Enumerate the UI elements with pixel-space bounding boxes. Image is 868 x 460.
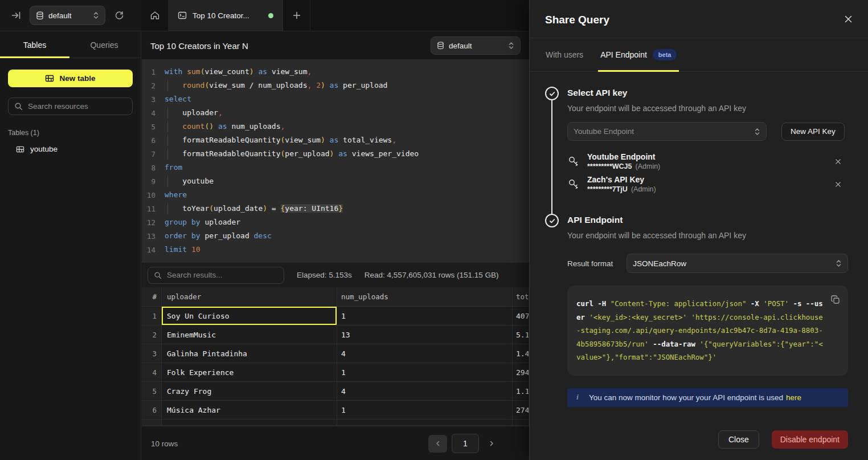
- collapse-sidebar-button[interactable]: [8, 7, 24, 23]
- uploader-cell[interactable]: Folk Experience: [162, 363, 337, 382]
- prev-page-button[interactable]: [428, 435, 447, 453]
- sidebar-tabs: Tables Queries: [0, 32, 141, 58]
- api-key-selector[interactable]: Youtube Endpoint: [567, 122, 767, 141]
- code-text: formatReadableQuantity(view_sum) as tota…: [165, 133, 396, 147]
- num-uploads-cell[interactable]: 1: [337, 401, 513, 420]
- sidebar-item-youtube[interactable]: youtube: [8, 145, 133, 153]
- table-row[interactable]: 2EminemMusic135.1: [142, 325, 529, 344]
- total-views-cell[interactable]: 5.1: [513, 325, 529, 344]
- num-uploads-cell[interactable]: 1: [337, 363, 513, 382]
- database-icon: [36, 11, 44, 20]
- api-key-item: Youtube Endpoint*********WCJ5(Admin): [567, 150, 848, 173]
- panel-header: Share Query: [530, 0, 868, 38]
- sidebar: Tables Queries New table Search resource…: [0, 32, 141, 460]
- close-button[interactable]: Close: [718, 430, 759, 449]
- column-header[interactable]: #: [142, 287, 162, 307]
- stepper: Select API key Your endpoint will be acc…: [545, 87, 848, 407]
- remove-key-button[interactable]: [835, 158, 841, 165]
- query-tab[interactable]: Top 10 Creator...: [169, 0, 283, 31]
- tab-with-users[interactable]: With users: [546, 38, 583, 71]
- code-line: 14limit 10: [142, 243, 529, 257]
- row-index: 4: [142, 363, 162, 382]
- num-uploads-cell[interactable]: 1: [337, 307, 513, 325]
- api-key-item: Zach's API Key*********7TjU(Admin): [567, 173, 848, 196]
- table-row[interactable]: 5Crazy Frog41.1: [142, 382, 529, 401]
- copy-button[interactable]: [830, 295, 840, 304]
- total-views-cell[interactable]: 274: [513, 401, 529, 420]
- table-row[interactable]: 3Galinha Pintadinha41.4: [142, 344, 529, 363]
- table-row[interactable]: 6Música Azhar1274: [142, 401, 529, 420]
- table-grid-icon: [45, 74, 54, 83]
- monitor-banner: i You can now monitor how your your API …: [567, 388, 848, 407]
- new-api-key-button[interactable]: New API Key: [781, 123, 845, 141]
- next-page-button[interactable]: [484, 435, 499, 453]
- line-number: 12: [142, 218, 155, 227]
- uploader-cell[interactable]: Soy Un Curioso: [162, 307, 337, 325]
- num-uploads-cell[interactable]: 4: [337, 344, 513, 363]
- line-number: 14: [142, 246, 155, 254]
- check-circle-icon: [545, 87, 559, 100]
- banner-here-link[interactable]: here: [786, 393, 801, 402]
- line-number: 11: [142, 205, 155, 213]
- chevron-left-icon: [435, 440, 441, 447]
- tab-api-endpoint[interactable]: API Endpoint beta: [600, 38, 677, 71]
- tab-tables[interactable]: Tables: [0, 32, 69, 58]
- table-row[interactable]: 4Folk Experience1294: [142, 363, 529, 382]
- num-uploads-cell[interactable]: 13: [337, 325, 513, 344]
- total-views-cell[interactable]: 407: [513, 307, 529, 325]
- search-icon: [14, 102, 23, 111]
- api-key-list: Youtube Endpoint*********WCJ5(Admin)Zach…: [567, 150, 848, 196]
- row-index: 6: [142, 401, 162, 420]
- key-secret: *********WCJ5(Admin): [587, 162, 660, 170]
- column-header[interactable]: uploader: [162, 287, 337, 307]
- remove-key-button[interactable]: [835, 181, 841, 188]
- uploader-cell[interactable]: EminemMusic: [162, 325, 337, 344]
- sql-editor[interactable]: 1with sum(view_count) as view_sum,2 roun…: [142, 59, 529, 263]
- table-row[interactable]: 1Soy Un Curioso1407: [142, 307, 529, 325]
- query-database-selector[interactable]: default: [431, 36, 521, 55]
- new-table-button[interactable]: New table: [8, 70, 133, 87]
- column-header[interactable]: num_uploads: [337, 287, 513, 307]
- total-views-cell[interactable]: 294: [513, 363, 529, 382]
- row-index: 3: [142, 344, 162, 363]
- uploader-cell[interactable]: Galinha Pintadinha: [162, 344, 337, 363]
- code-line: 12group by uploader: [142, 215, 529, 229]
- step-api-endpoint: API Endpoint Your endpoint will be acces…: [545, 214, 848, 407]
- banner-text: You can now monitor how your your API en…: [589, 393, 801, 402]
- main-area: Top 10 Creators in Year N default 1with …: [142, 32, 529, 460]
- chevron-updown-icon: [508, 42, 514, 50]
- code-text: from: [165, 161, 182, 174]
- database-selector[interactable]: default: [30, 6, 105, 25]
- current-page-button[interactable]: 1: [452, 434, 479, 453]
- uploader-cell[interactable]: Crazy Frog: [162, 382, 337, 401]
- code-line: 5 count() as num_uploads,: [142, 120, 529, 133]
- column-header[interactable]: total_views: [513, 287, 529, 307]
- table-icon: [16, 145, 24, 153]
- database-icon: [437, 42, 444, 50]
- num-uploads-cell[interactable]: 4: [337, 382, 513, 401]
- database-selector-value: default: [48, 11, 88, 20]
- step-select-api-key: Select API key Your endpoint will be acc…: [545, 87, 848, 196]
- code-text: select: [165, 92, 191, 106]
- tab-queries[interactable]: Queries: [69, 32, 139, 58]
- code-text: where: [165, 188, 187, 202]
- total-views-cell[interactable]: 1.1: [513, 382, 529, 401]
- results-toolbar: Search results... Elapsed: 5.153s Read: …: [142, 263, 529, 287]
- check-circle-icon: [545, 214, 559, 227]
- key-name: Youtube Endpoint: [587, 152, 660, 161]
- refresh-button[interactable]: [111, 7, 127, 23]
- new-tab-button[interactable]: [283, 0, 310, 31]
- total-views-cell[interactable]: 1.4: [513, 344, 529, 363]
- close-panel-button[interactable]: [844, 15, 853, 23]
- home-button[interactable]: [141, 0, 169, 31]
- code-line: 11 toYear(upload_date) = {year: UInt16}: [142, 202, 529, 215]
- uploader-cell[interactable]: Música Azhar: [162, 401, 337, 420]
- read-stat: Read: 4,557,605,031 rows (151.15 GB): [365, 271, 499, 279]
- search-results-input[interactable]: Search results...: [148, 267, 284, 284]
- disable-endpoint-button[interactable]: Disable endpoint: [772, 430, 848, 449]
- result-format-label: Result format: [567, 259, 613, 268]
- console-icon: [178, 11, 187, 20]
- line-number: 6: [142, 136, 155, 145]
- result-format-selector[interactable]: JSONEachRow: [627, 254, 848, 273]
- search-resources-input[interactable]: Search resources: [8, 97, 133, 115]
